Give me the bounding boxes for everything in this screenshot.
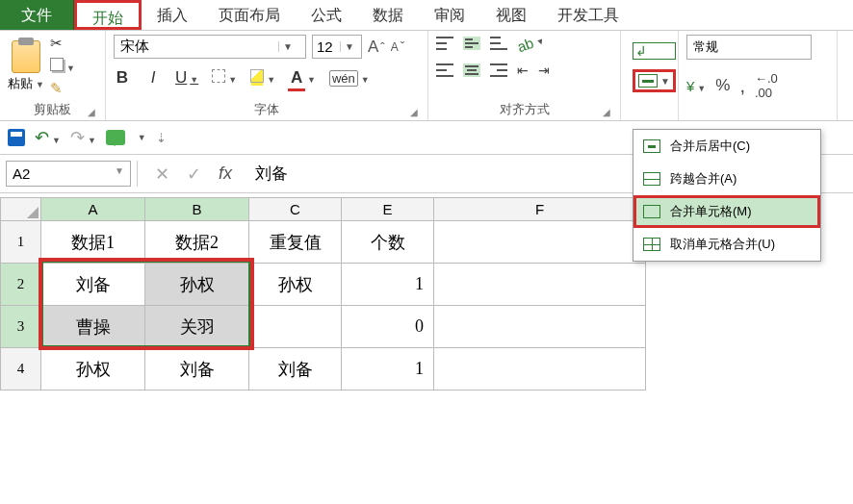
merge-center-label: 合并后居中(C) — [670, 138, 750, 155]
row-header-3[interactable]: 3 — [1, 306, 41, 348]
merge-across-icon — [643, 172, 660, 186]
cell-B4[interactable]: 刘备 — [145, 348, 249, 391]
cell-C2[interactable]: 孙权 — [249, 264, 342, 306]
chevron-down-icon[interactable]: ▼ — [278, 41, 297, 52]
cancel-edit-button[interactable]: ✕ — [155, 164, 169, 185]
decrease-indent-button[interactable]: ⇤ — [517, 63, 529, 78]
comma-format-button[interactable]: , — [739, 81, 745, 90]
increase-decimal-button[interactable]: ←.0.00 — [755, 71, 778, 100]
tab-page-layout[interactable]: 页面布局 — [203, 0, 296, 30]
col-header-E[interactable]: E — [342, 198, 434, 221]
cell-C4[interactable]: 刘备 — [249, 348, 342, 391]
chevron-down-icon[interactable]: ▼ — [340, 41, 358, 52]
comment-button[interactable] — [106, 130, 125, 145]
paste-button[interactable]: 粘贴▼ — [8, 75, 44, 92]
copy-button[interactable]: ▼ — [50, 58, 75, 74]
cell-C3[interactable] — [249, 306, 342, 348]
chevron-down-icon[interactable]: ▼ — [115, 165, 124, 182]
bold-button[interactable]: B — [114, 68, 131, 88]
font-size-combo[interactable]: ▼ — [312, 35, 362, 59]
cell-E3[interactable]: 0 — [342, 306, 434, 348]
borders-button[interactable]: ▼ — [212, 68, 237, 88]
spreadsheet-grid[interactable]: A B C E F 1 数据1 数据2 重复值 个数 2 刘备 孙权 孙权 1 … — [0, 197, 646, 391]
paste-icon[interactable] — [12, 40, 40, 73]
decrease-font-button[interactable]: Aˇ — [391, 39, 404, 54]
format-painter-button[interactable]: ✎ — [50, 80, 75, 97]
merge-center-item[interactable]: 合并后居中(C) — [633, 130, 820, 163]
cell-F1[interactable] — [434, 221, 646, 264]
cell-B3[interactable]: 关羽 — [145, 306, 249, 348]
cell-B1[interactable]: 数据2 — [145, 221, 249, 264]
italic-button[interactable]: I — [144, 68, 162, 88]
increase-font-button[interactable]: Aˆ — [368, 38, 385, 57]
row-header-2[interactable]: 2 — [1, 264, 41, 306]
wrap-text-button[interactable]: ↲ — [633, 42, 676, 60]
align-right-button[interactable] — [490, 63, 507, 77]
font-size-input[interactable] — [313, 36, 340, 58]
select-all-corner[interactable] — [1, 198, 41, 221]
col-header-C[interactable]: C — [249, 198, 342, 221]
cell-A1[interactable]: 数据1 — [41, 221, 145, 264]
confirm-edit-button[interactable]: ✓ — [187, 164, 201, 185]
tab-file[interactable]: 文件 — [0, 0, 74, 30]
col-header-F[interactable]: F — [434, 198, 646, 221]
insert-function-button[interactable]: fx — [219, 164, 232, 184]
col-header-A[interactable]: A — [41, 198, 145, 221]
menu-tabs: 文件 开始 插入 页面布局 公式 数据 审阅 视图 开发工具 — [0, 0, 853, 31]
row-header-4[interactable]: 4 — [1, 348, 41, 391]
align-center-button[interactable] — [463, 63, 480, 77]
clipboard-launcher-icon[interactable]: ◢ — [88, 107, 95, 117]
merge-across-item[interactable]: 跨越合并(A) — [633, 163, 820, 195]
tab-formulas[interactable]: 公式 — [296, 0, 357, 30]
merge-cells-item[interactable]: 合并单元格(M) — [633, 195, 820, 228]
percent-format-button[interactable]: % — [715, 76, 730, 95]
cell-B2[interactable]: 孙权 — [145, 264, 249, 306]
group-label-alignment: 对齐方式 — [500, 102, 550, 116]
tab-view[interactable]: 视图 — [480, 0, 542, 30]
group-label-font: 字体 — [254, 102, 279, 116]
cell-E2[interactable]: 1 — [342, 264, 434, 306]
font-name-combo[interactable]: ▼ — [114, 35, 306, 59]
tab-home[interactable]: 开始 — [74, 0, 142, 30]
chevron-down-icon[interactable]: ▼ — [660, 76, 670, 87]
cell-C1[interactable]: 重复值 — [249, 221, 342, 264]
underline-button[interactable]: U▼ — [175, 68, 198, 88]
undo-button[interactable]: ↶▼ — [35, 127, 61, 148]
cell-F4[interactable] — [434, 348, 646, 391]
cut-button[interactable]: ✂ — [50, 35, 75, 52]
tab-developer[interactable]: 开发工具 — [542, 0, 634, 30]
cell-A2[interactable]: 刘备 — [41, 264, 145, 306]
cell-E4[interactable]: 1 — [342, 348, 434, 391]
tab-review[interactable]: 审阅 — [419, 0, 480, 30]
qat-more-icon[interactable]: ⇣ — [156, 131, 167, 145]
align-top-button[interactable] — [436, 37, 453, 50]
merge-center-button[interactable]: ▼ — [633, 69, 676, 92]
save-button[interactable] — [8, 129, 25, 146]
number-format-combo[interactable]: 常规 — [686, 35, 812, 60]
alignment-launcher-icon[interactable]: ◢ — [603, 107, 610, 117]
font-launcher-icon[interactable]: ◢ — [410, 107, 418, 117]
row-header-1[interactable]: 1 — [1, 221, 41, 264]
tab-data[interactable]: 数据 — [357, 0, 419, 30]
orientation-button[interactable]: ab▼ — [515, 31, 547, 56]
align-bottom-button[interactable] — [490, 37, 507, 50]
tab-insert[interactable]: 插入 — [142, 0, 203, 30]
increase-indent-button[interactable]: ⇥ — [538, 63, 550, 78]
align-middle-button[interactable] — [463, 37, 480, 50]
font-name-input[interactable] — [115, 36, 278, 58]
unmerge-cells-item[interactable]: 取消单元格合并(U) — [633, 228, 820, 261]
merge-cells-icon — [643, 205, 660, 218]
name-box[interactable]: A2 ▼ — [6, 161, 131, 187]
phonetic-guide-button[interactable]: wén▼ — [329, 68, 370, 88]
accounting-format-button[interactable]: ¥▼ — [686, 78, 706, 94]
align-left-button[interactable] — [436, 63, 453, 77]
col-header-B[interactable]: B — [145, 198, 249, 221]
cell-F3[interactable] — [434, 306, 646, 348]
font-color-button[interactable]: A▼ — [289, 68, 316, 88]
cell-A4[interactable]: 孙权 — [41, 348, 145, 391]
cell-F2[interactable] — [434, 264, 646, 306]
redo-button[interactable]: ↷▼ — [70, 127, 96, 148]
cell-E1[interactable]: 个数 — [342, 221, 434, 264]
fill-color-button[interactable]: ▼ — [250, 68, 275, 88]
cell-A3[interactable]: 曹操 — [41, 306, 145, 348]
